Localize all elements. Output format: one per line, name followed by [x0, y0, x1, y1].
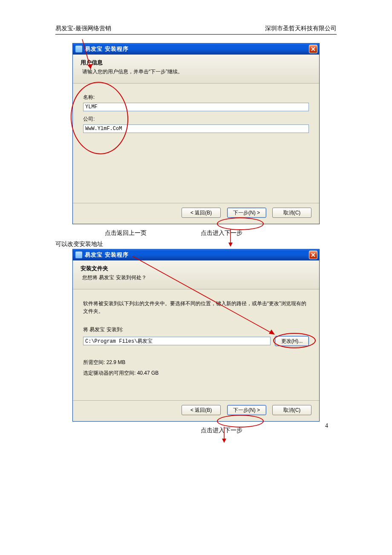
space-required: 所需空间: 22.9 MB [83, 359, 309, 366]
wizard-header-title: 安装文件夹 [81, 265, 311, 272]
close-icon [311, 253, 315, 257]
name-field[interactable] [83, 103, 309, 111]
button-row: < 返回(B) 下一步(N) > 取消(C) [73, 203, 319, 224]
space-available: 选定驱动器的可用空间: 40.47 GB [83, 370, 309, 377]
close-button[interactable] [309, 45, 317, 53]
wizard-header-title: 用户信息 [81, 59, 311, 66]
cancel-button[interactable]: 取消(C) [272, 405, 311, 415]
svg-marker-7 [222, 439, 226, 443]
company-label: 公司: [83, 116, 309, 123]
install-to-label: 将 易发宝 安装到: [83, 326, 309, 333]
annotation-next-hint-2: 点击进入下一步 [124, 427, 320, 434]
annotation-next-hint: 点击进入下一步 [179, 229, 264, 237]
body-text: 软件将被安装到以下列出的文件夹中。要选择不同的位置，键入新的路径，或单击“更改”… [83, 300, 309, 315]
titlebar: 易发宝 安装程序 [73, 249, 319, 260]
wizard-body: 软件将被安装到以下列出的文件夹中。要选择不同的位置，键入新的路径，或单击“更改”… [73, 289, 319, 400]
window-title: 易发宝 安装程序 [85, 45, 129, 53]
wizard-body: 名称: 公司: [73, 84, 319, 203]
cancel-button[interactable]: 取消(C) [272, 208, 311, 218]
change-button[interactable]: 更改(H)... [275, 336, 309, 346]
company-field[interactable] [83, 124, 309, 133]
wizard-header: 安装文件夹 您想将 易发宝 安装到何处？ [73, 260, 319, 289]
doc-header-right: 深圳市圣哲天科技有限公司 [265, 25, 337, 32]
installer-window-2: 易发宝 安装程序 安装文件夹 您想将 易发宝 安装到何处？ 软件将被安装到以下列… [72, 249, 320, 422]
close-button[interactable] [309, 251, 317, 259]
name-label: 名称: [83, 94, 309, 101]
wizard-header-sub: 您想将 易发宝 安装到何处？ [82, 274, 311, 281]
wizard-header: 用户信息 请输入您的用户信息，并单击“下一步”继续。 [73, 55, 319, 84]
window-title: 易发宝 安装程序 [85, 251, 129, 259]
close-icon [311, 47, 315, 51]
annotation-back-hint: 点击返回上一页 [72, 229, 179, 237]
installer-window-1: 易发宝 安装程序 用户信息 请输入您的用户信息，并单击“下一步”继续。 名称: … [72, 43, 320, 224]
back-button[interactable]: < 返回(B) [182, 405, 221, 415]
button-row: < 返回(B) 下一步(N) > 取消(C) [73, 400, 319, 421]
install-path-field[interactable] [83, 337, 271, 345]
next-button[interactable]: 下一步(N) > [227, 208, 266, 218]
app-icon [75, 46, 82, 52]
next-button[interactable]: 下一步(N) > [227, 405, 266, 415]
wizard-header-sub: 请输入您的用户信息，并单击“下一步”继续。 [82, 68, 311, 75]
annotation-change-addr: 可以改变安装地址 [55, 240, 320, 248]
app-icon [75, 251, 82, 258]
back-button[interactable]: < 返回(B) [182, 208, 221, 218]
doc-header-left: 易发宝-最强网络营销 [55, 25, 111, 32]
titlebar: 易发宝 安装程序 [73, 43, 319, 55]
page-number: 4 [325, 422, 328, 429]
